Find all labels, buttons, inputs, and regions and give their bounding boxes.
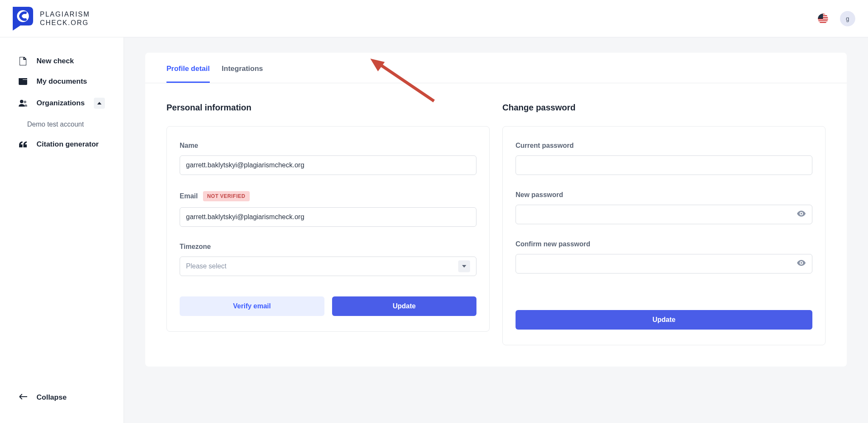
nav-list: New check My documents Organizations Dem…	[0, 51, 124, 386]
svg-rect-9	[818, 14, 823, 19]
email-input[interactable]	[180, 207, 476, 227]
header-right: g	[818, 11, 855, 26]
logo-text: PLAGIARISM CHECK.ORG	[40, 10, 90, 26]
new-password-label: New password	[516, 191, 563, 199]
svg-rect-10	[19, 78, 27, 79]
personal-button-row: Verify email Update	[180, 296, 476, 316]
svg-rect-7	[818, 20, 828, 21]
timezone-field: Timezone Please select	[180, 243, 476, 276]
users-icon	[19, 100, 27, 107]
main: Profile detail Integrations Personal inf…	[124, 37, 868, 423]
card: Profile detail Integrations Personal inf…	[145, 53, 847, 367]
confirm-password-field: Confirm new password	[516, 240, 812, 274]
current-password-field: Current password	[516, 142, 812, 175]
sidebar: New check My documents Organizations Dem…	[0, 37, 124, 423]
timezone-label: Timezone	[180, 243, 211, 251]
update-password-button[interactable]: Update	[516, 310, 812, 330]
sidebar-item-label: My documents	[37, 77, 87, 86]
eye-icon[interactable]	[797, 260, 806, 268]
chevron-down-icon	[458, 260, 470, 272]
svg-point-11	[20, 100, 23, 103]
sidebar-item-my-documents[interactable]: My documents	[0, 71, 124, 92]
tab-profile-detail[interactable]: Profile detail	[166, 65, 210, 83]
sidebar-sub-item[interactable]: Demo test account	[0, 115, 124, 134]
avatar[interactable]: g	[840, 11, 855, 26]
verify-email-button[interactable]: Verify email	[180, 296, 324, 316]
new-password-input[interactable]	[516, 205, 812, 224]
section-title: Personal information	[166, 103, 490, 113]
timezone-placeholder: Please select	[186, 262, 226, 270]
logo-line2: CHECK.ORG	[40, 19, 90, 27]
not-verified-badge: NOT VERIFIED	[203, 191, 250, 201]
logo[interactable]: PLAGIARISM CHECK.ORG	[13, 7, 90, 31]
timezone-select[interactable]: Please select	[180, 257, 476, 276]
sidebar-item-label: Organizations	[37, 99, 85, 107]
new-password-field: New password	[516, 191, 812, 224]
sidebar-item-new-check[interactable]: New check	[0, 51, 124, 71]
name-input[interactable]	[180, 155, 476, 175]
header: PLAGIARISM CHECK.ORG g	[0, 0, 868, 37]
email-field: Email NOT VERIFIED	[180, 191, 476, 227]
collapse-button[interactable]: Collapse	[0, 386, 124, 409]
current-password-input[interactable]	[516, 155, 812, 175]
flag-icon[interactable]	[818, 14, 828, 24]
email-label: Email	[180, 192, 198, 200]
tabs: Profile detail Integrations	[145, 53, 847, 83]
sidebar-item-label: New check	[37, 57, 74, 65]
confirm-password-input[interactable]	[516, 254, 812, 274]
sidebar-item-citation-generator[interactable]: Citation generator	[0, 134, 124, 155]
current-password-label: Current password	[516, 142, 574, 149]
personal-info-panel: Name Email NOT VERIFIED	[166, 126, 490, 332]
svg-point-16	[800, 262, 802, 264]
svg-point-15	[800, 213, 802, 214]
logo-line1: PLAGIARISM	[40, 10, 90, 18]
section-title: Change password	[502, 103, 826, 113]
layout: New check My documents Organizations Dem…	[0, 37, 868, 423]
file-icon	[19, 57, 27, 65]
update-personal-button[interactable]: Update	[332, 296, 477, 316]
quote-icon	[19, 141, 27, 147]
avatar-initial: g	[846, 15, 849, 22]
sidebar-item-organizations[interactable]: Organizations	[0, 92, 124, 115]
content: Personal information Name Email NOT VERI…	[145, 83, 847, 367]
folder-icon	[19, 78, 27, 85]
name-label: Name	[180, 142, 198, 149]
svg-rect-6	[818, 19, 828, 20]
sidebar-item-label: Citation generator	[37, 140, 99, 149]
eye-icon[interactable]	[797, 211, 806, 218]
confirm-password-label: Confirm new password	[516, 240, 590, 248]
svg-rect-8	[818, 22, 828, 23]
password-panel: Current password New password	[502, 126, 826, 345]
chevron-up-icon[interactable]	[94, 98, 105, 109]
sidebar-sub-label: Demo test account	[27, 121, 84, 128]
change-password-col: Change password Current password New pas…	[502, 103, 826, 345]
svg-point-12	[24, 101, 26, 103]
personal-info-col: Personal information Name Email NOT VERI…	[166, 103, 490, 345]
name-field: Name	[180, 142, 476, 175]
arrow-left-icon	[19, 393, 27, 402]
tab-integrations[interactable]: Integrations	[222, 65, 263, 83]
logo-icon	[13, 7, 33, 31]
collapse-label: Collapse	[37, 393, 67, 402]
